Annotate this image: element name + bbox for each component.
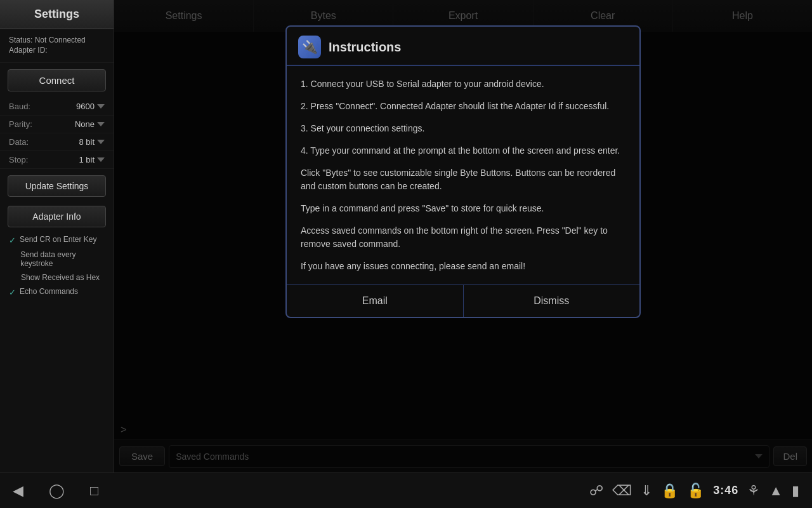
instruction-7: Access saved commands on the bottom righ…	[301, 224, 625, 251]
stop-value[interactable]: 1 bit	[79, 155, 105, 164]
instruction-1: 1. Connect your USB to Serial adapter to…	[301, 77, 625, 91]
checkbox-list: ✓ Send CR on Enter Key Send data every k…	[0, 230, 114, 302]
modal-body: 1. Connect your USB to Serial adapter to…	[287, 66, 639, 284]
battery-icon: ▮	[792, 483, 799, 499]
lock-icon: 🔒	[661, 483, 678, 499]
data-label: Data:	[9, 137, 29, 147]
baud-label: Baud:	[9, 102, 30, 111]
sidebar: Settings Status: Not Connected Adapter I…	[0, 0, 114, 472]
adapter-info-button[interactable]: Adapter Info	[8, 206, 106, 227]
home-icon[interactable]: ◯	[49, 483, 65, 499]
parity-field: Parity: None	[0, 116, 114, 133]
bluetooth-icon: ⚘	[747, 483, 760, 499]
instruction-4: 4. Type your command at the prompt at th…	[301, 144, 625, 157]
adapter-id: Adapter ID:	[9, 46, 105, 55]
status-time: 3:46	[713, 484, 738, 497]
screenshot-icon[interactable]: ☍	[589, 483, 603, 499]
email-button[interactable]: Email	[287, 285, 464, 317]
parity-value[interactable]: None	[75, 119, 105, 129]
checkbox-echo-commands[interactable]: ✓ Echo Commands	[9, 287, 105, 297]
main-content: Settings Bytes Export Clear Help > Save	[114, 0, 812, 472]
sidebar-status: Status: Not Connected Adapter ID:	[0, 29, 114, 63]
instruction-3: 3. Set your connection settings.	[301, 122, 625, 135]
android-nav-left: ◀ ◯ □	[13, 483, 98, 499]
parity-label: Parity:	[9, 119, 32, 129]
dismiss-button[interactable]: Dismiss	[464, 285, 640, 317]
checkbox-send-cr[interactable]: ✓ Send CR on Enter Key	[9, 235, 105, 245]
signal-icon: ▲	[769, 483, 783, 499]
stop-label: Stop:	[9, 155, 28, 164]
connect-button[interactable]: Connect	[8, 69, 106, 91]
checkbox-label-echo: Echo Commands	[20, 287, 78, 296]
usb-icon: 🔌	[302, 39, 318, 55]
usb-status-icon: ⌫	[612, 483, 632, 499]
modal-overlay: 🔌 Instructions 1. Connect your USB to Se…	[114, 0, 812, 472]
data-arrow-icon	[97, 140, 105, 144]
baud-arrow-icon	[97, 104, 105, 109]
data-value[interactable]: 8 bit	[79, 137, 105, 147]
update-settings-button[interactable]: Update Settings	[8, 175, 106, 197]
instruction-2: 2. Press "Connect". Connected Adapter sh…	[301, 100, 625, 113]
data-field: Data: 8 bit	[0, 133, 114, 151]
android-nav-right: ☍ ⌫ ⇓ 🔒 🔓 3:46 ⚘ ▲ ▮	[589, 483, 799, 499]
recents-icon[interactable]: □	[90, 483, 98, 499]
checkbox-label-show-hex: Show Received as Hex	[21, 273, 100, 282]
checkbox-show-hex[interactable]: Show Received as Hex	[9, 273, 105, 282]
checkmark-icon: ✓	[9, 236, 16, 245]
lock2-icon: 🔓	[687, 483, 704, 499]
stop-field: Stop: 1 bit	[0, 151, 114, 169]
checkbox-send-every-keystroke[interactable]: Send data every keystroke	[9, 250, 105, 268]
instruction-8: If you have any issues connecting, pleas…	[301, 260, 625, 273]
checkmark-2-icon: ✓	[9, 288, 16, 297]
android-nav: ◀ ◯ □ ☍ ⌫ ⇓ 🔒 🔓 3:46 ⚘ ▲ ▮	[0, 472, 812, 508]
baud-value[interactable]: 9600	[76, 102, 105, 111]
download-icon: ⇓	[641, 483, 652, 499]
modal-header: 🔌 Instructions	[287, 27, 639, 66]
instruction-6: Type in a command and press "Save" to st…	[301, 202, 625, 215]
connection-status: Status: Not Connected	[9, 36, 105, 44]
checkbox-label-send-cr: Send CR on Enter Key	[20, 235, 96, 244]
sidebar-title: Settings	[0, 0, 114, 29]
baud-field: Baud: 9600	[0, 98, 114, 116]
instruction-5: Click "Bytes" to see customizable single…	[301, 166, 625, 193]
checkbox-label-send-keystroke: Send data every keystroke	[20, 250, 105, 268]
modal-footer: Email Dismiss	[287, 284, 639, 317]
modal-icon: 🔌	[298, 36, 321, 58]
modal-title: Instructions	[329, 40, 401, 55]
back-icon[interactable]: ◀	[13, 483, 23, 499]
parity-arrow-icon	[97, 122, 105, 126]
stop-arrow-icon	[97, 157, 105, 162]
modal-dialog: 🔌 Instructions 1. Connect your USB to Se…	[285, 25, 641, 318]
